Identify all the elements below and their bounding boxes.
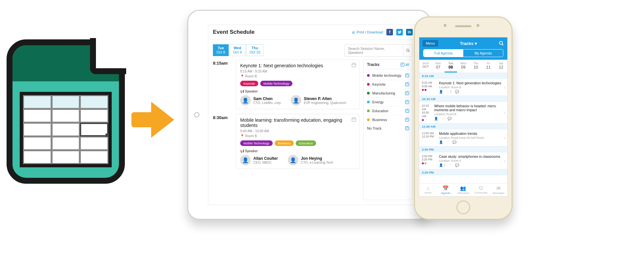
- track-tag[interactable]: Education: [296, 140, 316, 146]
- chevron-right-icon: ›: [504, 85, 505, 90]
- speaker-name: Sam Chen: [253, 96, 281, 101]
- track-tag[interactable]: Mobile Technology: [240, 140, 273, 146]
- nav-agenda[interactable]: 📅Agenda: [437, 184, 455, 196]
- day-08[interactable]: Tue08: [445, 60, 457, 72]
- phone-home-button[interactable]: [456, 200, 470, 214]
- track-row[interactable]: Manufacturing: [367, 89, 409, 98]
- time-group-header: 10:10 AM: [419, 96, 507, 102]
- track-color-dot: [367, 110, 370, 112]
- speaker[interactable]: 👤Sam ChenCTO, LinkMo, corp: [240, 95, 281, 106]
- print-icon: 🖨: [352, 30, 355, 34]
- checkbox-icon[interactable]: [405, 118, 409, 122]
- attendee-icon: 👤 1: [439, 163, 446, 167]
- track-no-track[interactable]: No Track: [367, 124, 409, 133]
- like-icon: ♡: [446, 140, 449, 144]
- day-tabs: TueOct 8WedOct 9ThuOct 10: [213, 44, 264, 56]
- agenda-item[interactable]: 2:00 PM2:20 PMCase study: smartphones in…: [419, 153, 507, 169]
- tablet-home-button[interactable]: [194, 112, 199, 117]
- day-09[interactable]: Wed09: [457, 60, 470, 72]
- time-group-header: 8:15 AM: [419, 73, 507, 79]
- chevron-right-icon: ›: [504, 135, 505, 140]
- track-tag[interactable]: Keynote: [240, 81, 258, 86]
- page-title: Event Schedule: [213, 29, 255, 35]
- speaker-title: CTO, e-Learning Tech: [301, 161, 333, 164]
- item-title: Case study: smartphones in classrooms: [439, 155, 500, 158]
- checkbox-icon[interactable]: [405, 100, 409, 104]
- checkbox-icon[interactable]: [405, 91, 409, 95]
- comment-icon: 💬: [452, 140, 456, 144]
- checkbox-icon[interactable]: [405, 126, 409, 130]
- day-11[interactable]: Fri11: [482, 60, 494, 72]
- checkbox-icon[interactable]: [405, 109, 409, 113]
- day-tab-oct8[interactable]: TueOct 8: [213, 44, 229, 56]
- track-name: Manufacturing: [372, 91, 395, 95]
- track-color-dot: [367, 83, 370, 86]
- day-07[interactable]: Mon07: [432, 60, 444, 72]
- speaker[interactable]: 👤Jon HeyingCTO, e-Learning Tech: [288, 155, 333, 165]
- track-name: Business: [372, 118, 387, 122]
- agenda-item[interactable]: 8:15 AM9:30 AMKeynote 1: Next generation…: [419, 79, 507, 96]
- track-row[interactable]: Energy: [367, 98, 409, 107]
- track-color-dot: [367, 92, 370, 94]
- checkbox-icon[interactable]: [405, 82, 409, 86]
- chevron-right-icon: ›: [504, 110, 505, 115]
- facebook-icon[interactable]: f: [386, 29, 393, 35]
- phone-title[interactable]: Tracks ▾: [460, 41, 477, 46]
- track-row[interactable]: Education: [367, 107, 409, 115]
- search-icon[interactable]: [499, 41, 504, 46]
- spreadsheet-icon: [7, 39, 125, 184]
- session-card[interactable]: Mobile learning: transforming education,…: [236, 114, 359, 169]
- add-to-calendar-icon[interactable]: [351, 117, 356, 122]
- segment-my-agenda[interactable]: My Agenda: [463, 50, 503, 57]
- agenda-segment: Full Agenda My Agenda: [423, 49, 503, 57]
- agenda-item[interactable]: 10:10 AM10:30 AMWhere mobile behavior is…: [419, 102, 507, 123]
- agenda-item[interactable]: 11:50 AM12:10 PMMobile application trend…: [419, 130, 507, 146]
- day-strip: 2019OCTMon07Tue08Wed09Thu10Fri11Sat12: [419, 60, 507, 73]
- comment-icon: 💬: [455, 163, 459, 167]
- time-group-header: 2:00 PM: [419, 146, 507, 153]
- phone-agenda-list: 8:15 AM8:15 AM9:30 AMKeynote 1: Next gen…: [419, 73, 507, 183]
- day-tab-oct9[interactable]: WedOct 9: [229, 44, 245, 56]
- svg-point-10: [499, 41, 502, 44]
- day-12[interactable]: Sat12: [495, 60, 507, 72]
- item-time: 8:15 AM9:30 AM: [422, 81, 436, 93]
- arrow-icon: [131, 102, 174, 138]
- search-button[interactable]: [403, 44, 413, 57]
- checkbox-icon[interactable]: [405, 73, 409, 77]
- phone-screen: Menu Tracks ▾ Full Agenda My Agenda 2019…: [419, 37, 508, 197]
- track-row[interactable]: Keynote: [367, 80, 409, 89]
- nav-attendees[interactable]: 👥Attendees: [454, 184, 472, 196]
- linkedin-icon[interactable]: in: [406, 29, 413, 35]
- print-download-link[interactable]: 🖨 Print / Download: [352, 30, 383, 34]
- tracks-select-all[interactable]: All: [401, 63, 409, 67]
- track-row[interactable]: Business: [367, 115, 409, 124]
- speaker-heading: 📢 Speaker: [240, 90, 355, 93]
- day-tab-oct10[interactable]: ThuOct 10: [246, 44, 264, 56]
- track-tag[interactable]: Mobile Technology: [260, 81, 293, 86]
- speaker[interactable]: 👤Steven P. AllenEVP engineering, Qualcom…: [291, 95, 346, 106]
- session-time: 9:40 AM - 10:00 AM: [240, 129, 355, 133]
- track-tag[interactable]: Business: [275, 140, 294, 146]
- like-icon: ♡: [441, 117, 444, 120]
- track-row[interactable]: Mobile technology: [367, 71, 409, 80]
- attendee-icon: 👤: [439, 90, 443, 93]
- segment-full-agenda[interactable]: Full Agenda: [424, 50, 463, 57]
- track-name: Mobile technology: [372, 73, 402, 77]
- twitter-icon[interactable]: [396, 29, 403, 35]
- add-to-calendar-icon[interactable]: [351, 62, 356, 68]
- comment-icon: 💬: [455, 90, 459, 93]
- avatar: 👤: [291, 95, 301, 106]
- chevron-right-icon: ›: [504, 158, 505, 163]
- menu-button[interactable]: Menu: [423, 40, 438, 47]
- nav-home[interactable]: ⌂Home: [419, 184, 437, 196]
- avatar: 👤: [288, 155, 298, 165]
- session-time: 8:15 AM - 9:20 AM: [240, 70, 355, 73]
- home-icon: ⌂: [419, 185, 437, 191]
- svg-line-1: [408, 51, 409, 52]
- nav-messages[interactable]: ✉Messages: [490, 184, 507, 196]
- speaker[interactable]: 👤Allan CoulterCEO, NBOC: [240, 155, 278, 165]
- session-card[interactable]: Keynote 1: Next generation technologies8…: [236, 59, 359, 109]
- search-input[interactable]: Search Session Name, Speakers: [344, 44, 403, 57]
- day-10[interactable]: Thu10: [470, 60, 482, 72]
- nav-community[interactable]: 🗨Community: [472, 184, 490, 196]
